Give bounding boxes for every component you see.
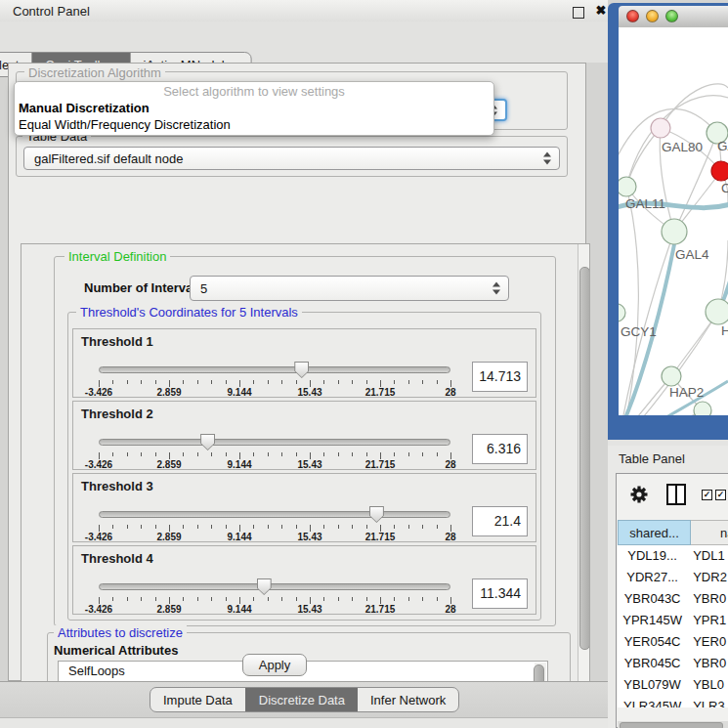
settings-vertical-scrollbar[interactable] — [578, 244, 590, 712]
slider-thumb[interactable] — [200, 434, 215, 450]
close-icon[interactable]: ✖ — [593, 2, 609, 20]
cyni-toolbox-panel: Discretization Algorithm Select algorith… — [8, 63, 586, 681]
tick-label: 2.859 — [156, 604, 181, 615]
threshold-panel-3: Threshold 3-3.4262.8599.14415.4321.71528… — [72, 473, 536, 542]
table-row[interactable]: YER054CYER0 — [618, 631, 728, 653]
popup-option-manual[interactable]: Manual Discretization — [19, 101, 150, 115]
threshold-value-field[interactable]: 14.713 — [472, 362, 528, 392]
tick-label: -3.426 — [85, 387, 112, 398]
network-edge[interactable] — [661, 84, 728, 128]
network-node-gal80[interactable] — [651, 118, 670, 138]
gear-icon[interactable] — [629, 485, 649, 504]
popup-placeholder-item[interactable]: Select algorithm to view settings — [15, 84, 493, 99]
number-of-intervals-combobox[interactable]: 5 — [190, 276, 509, 301]
app-root: Control Panel ✖ NetworkStyleSelectCyni T… — [0, 0, 728, 728]
slider-track[interactable] — [99, 439, 450, 446]
tick-label: -3.426 — [85, 604, 112, 615]
threshold-value-field[interactable]: 6.316 — [472, 434, 528, 464]
cell-shared-name: YBR043C — [618, 588, 687, 610]
checkbox-icon[interactable]: ✓ — [702, 490, 712, 500]
threshold-value-field[interactable]: 21.4 — [472, 506, 528, 536]
threshold-value-field[interactable]: 11.344 — [472, 578, 528, 609]
float-window-icon[interactable] — [573, 7, 584, 19]
table-row[interactable]: YDR27...YDR2 — [618, 567, 728, 588]
network-edge[interactable] — [621, 410, 703, 415]
network-node-label: GAL80 — [662, 140, 703, 154]
cell-shared-name: YDR27... — [618, 567, 687, 588]
column-header-na[interactable]: na — [691, 520, 728, 545]
network-node-c[interactable] — [711, 161, 728, 181]
table-hscrollbar-thumb[interactable] — [620, 722, 723, 728]
slider-track[interactable] — [99, 583, 450, 590]
settings-scrollbar-thumb[interactable] — [579, 267, 590, 650]
slider-thumb[interactable] — [257, 578, 272, 595]
cell-name: YPR1 — [687, 610, 728, 631]
threshold-panel-2: Threshold 2-3.4262.8599.14415.4321.71528… — [72, 401, 536, 470]
table-row[interactable]: YBR045CYBR0 — [618, 653, 728, 674]
columns-icon[interactable] — [666, 484, 686, 505]
network-view-window: GAL80GACGAL11GAL4GCY1HHAP2 — [608, 3, 728, 440]
table-data-combobox[interactable]: galFiltered.sif default node — [23, 147, 560, 170]
tab-infer-network[interactable]: Infer Network — [358, 688, 458, 711]
cell-name: YBR0 — [687, 588, 728, 610]
slider-thumb[interactable] — [369, 506, 384, 523]
tick-label: 9.144 — [227, 604, 251, 615]
network-window-titlebar[interactable] — [619, 6, 728, 28]
table-row[interactable]: YLR345WYLR3 — [618, 696, 728, 707]
network-node-hap2[interactable] — [662, 366, 681, 386]
network-node-label: GAL11 — [625, 196, 665, 211]
network-node[interactable] — [694, 402, 711, 415]
table-row[interactable]: YBL079WYBL0 — [618, 674, 728, 696]
minimize-traffic-light-icon[interactable] — [646, 10, 659, 22]
table-header-row: shared...na — [618, 520, 728, 545]
network-canvas[interactable]: GAL80GACGAL11GAL4GCY1HHAP2 — [619, 27, 728, 415]
tick-label: 9.144 — [227, 532, 251, 542]
column-header-shared[interactable]: shared... — [618, 520, 691, 545]
attributes-group-label: Attributes to discretize — [54, 625, 187, 640]
tick-label: 15.43 — [297, 532, 321, 542]
tick-label: 2.859 — [156, 459, 181, 470]
table-horizontal-scrollbar[interactable] — [618, 721, 728, 728]
table-rows: YDL19...YDL1YDR27...YDR2YBR043CYBR0YPR14… — [618, 545, 728, 707]
cell-shared-name: YBL079W — [618, 674, 687, 696]
table-row[interactable]: YBR043CYBR0 — [618, 588, 728, 610]
tick-label: -3.426 — [85, 459, 112, 470]
tick-label: 21.715 — [365, 387, 396, 398]
threshold-label: Threshold 4 — [81, 551, 153, 566]
tick-label: 2.859 — [156, 532, 181, 542]
slider-tick-labels: -3.4262.8599.14415.4321.71528 — [99, 532, 450, 542]
tick-label: 15.43 — [297, 459, 321, 470]
apply-button[interactable]: Apply — [242, 654, 307, 676]
tab-label: Impute Data — [163, 693, 233, 707]
tab-impute-data[interactable]: Impute Data — [150, 688, 245, 711]
network-node-h[interactable] — [706, 299, 728, 324]
tick-label: 28 — [445, 459, 455, 470]
table-row[interactable]: YDL19...YDL1 — [618, 545, 728, 567]
tick-label: 28 — [445, 387, 455, 398]
top-tab-strip: NetworkStyleSelectCyni ToolboxjActiveMNo… — [0, 21, 608, 63]
slider-tick-labels: -3.4262.8599.14415.4321.71528 — [99, 604, 450, 615]
combo-spinner-icon — [543, 152, 551, 165]
panel-title: Control Panel — [13, 4, 90, 19]
table-data-value: galFiltered.sif default node — [34, 151, 183, 166]
network-node-gal11[interactable] — [619, 177, 636, 196]
zoom-traffic-light-icon[interactable] — [665, 10, 678, 22]
slider-thumb[interactable] — [294, 362, 309, 378]
slider-tick-labels: -3.4262.8599.14415.4321.71528 — [99, 387, 450, 398]
checkbox-icon[interactable]: ✓ — [715, 490, 726, 500]
network-node-label: C — [721, 181, 728, 195]
network-node-label: H — [721, 323, 728, 338]
close-traffic-light-icon[interactable] — [626, 10, 639, 22]
network-node-label: GA — [717, 139, 728, 153]
table-row[interactable]: YPR145WYPR1 — [618, 610, 728, 631]
network-node-gal4[interactable] — [662, 219, 687, 244]
cell-name: YDR2 — [687, 567, 728, 588]
slider-track[interactable] — [99, 511, 450, 518]
tab-discretize-data[interactable]: Discretize Data — [245, 688, 358, 711]
slider-track[interactable] — [99, 366, 450, 373]
popup-option-equal-width[interactable]: Equal Width/Frequency Discretization — [19, 117, 231, 132]
network-node-gcy1[interactable] — [619, 304, 625, 321]
interval-definition-group: Interval Definition Number of Intervals … — [54, 256, 556, 626]
interval-definition-label: Interval Definition — [64, 249, 170, 264]
tick-label: -3.426 — [85, 532, 112, 542]
